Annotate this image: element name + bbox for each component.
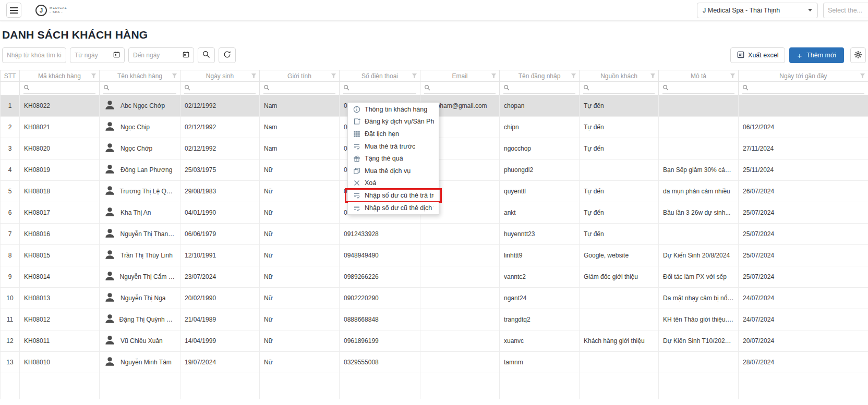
table-row[interactable]: 7KH08016Nguyễn Thị Thanh...06/06/1979Nữ0… — [1, 224, 868, 245]
column-filter-input[interactable] — [424, 83, 496, 94]
from-date-input[interactable] — [75, 52, 113, 59]
cell-phone[interactable]: 0888668848 — [340, 309, 420, 330]
cell-username[interactable]: linhttt9 — [500, 245, 580, 266]
context-menu-item-1[interactable]: Thông tin khách hàng — [348, 103, 439, 116]
cell-email[interactable] — [420, 224, 500, 245]
cell-source[interactable]: Google, website — [580, 245, 659, 266]
cell-username[interactable]: tamnm — [500, 352, 580, 373]
to-date-input[interactable] — [133, 52, 183, 59]
cell-dob[interactable]: 06/06/1979 — [180, 224, 260, 245]
cell-stt[interactable]: 13 — [1, 352, 20, 373]
cell-code[interactable]: KH08013 — [20, 288, 100, 309]
filter-cell-description[interactable] — [659, 82, 739, 95]
filter-cell-gender[interactable] — [260, 82, 340, 95]
cell-stt[interactable]: 12 — [1, 330, 20, 352]
cell-gender[interactable]: Nữ — [260, 202, 340, 224]
cell-source[interactable]: Giám đốc giới thiệu — [580, 266, 659, 288]
cell-username[interactable]: ngant24 — [500, 288, 580, 309]
cell-code[interactable]: KH08011 — [20, 330, 100, 352]
cell-gender[interactable]: Nữ — [260, 288, 340, 309]
cell-last-visit[interactable]: 25/07/2024 — [739, 224, 868, 245]
table-row[interactable]: 13KH08010Nguyễn Minh Tâm19/07/2024Nữ0329… — [1, 352, 868, 373]
filter-funnel-icon[interactable] — [730, 73, 736, 80]
cell-last-visit[interactable]: 26/07/2024 — [739, 181, 868, 202]
cell-description[interactable] — [659, 95, 739, 117]
cell-gender[interactable]: Nữ — [260, 309, 340, 330]
secondary-select-input[interactable] — [823, 3, 868, 18]
cell-gender[interactable]: Nữ — [260, 266, 340, 288]
cell-username[interactable]: phuongdl2 — [500, 159, 580, 181]
cell-name[interactable]: Trương Thị Lệ Quyên — [100, 181, 180, 202]
column-header-dob[interactable]: Ngày sinh — [180, 70, 260, 82]
cell-stt[interactable]: 3 — [1, 138, 20, 159]
cell-stt[interactable]: 9 — [1, 266, 20, 288]
column-filter-input[interactable] — [583, 83, 655, 94]
context-menu-item-4[interactable]: Mua thẻ trả trước — [348, 140, 439, 153]
context-menu-item-8[interactable]: Nhập số dư cũ thẻ trả trước — [348, 189, 439, 202]
cell-source[interactable]: Tự đến — [580, 181, 659, 202]
cell-last-visit[interactable]: 25/07/2024 — [739, 202, 868, 224]
cell-source[interactable] — [580, 288, 659, 309]
cell-dob[interactable]: 25/03/1975 — [180, 159, 260, 181]
cell-email[interactable] — [420, 330, 500, 352]
hamburger-menu-button[interactable] — [6, 3, 21, 18]
table-row[interactable]: 9KH08014Nguyễn Thị Cẩm Vân23/07/2024Nữ09… — [1, 266, 868, 288]
cell-dob[interactable]: 21/04/1989 — [180, 309, 260, 330]
column-header-code[interactable]: Mã khách hàng — [20, 70, 100, 82]
cell-source[interactable]: Khách hàng giới thiệu — [580, 330, 659, 352]
search-button[interactable] — [198, 47, 215, 63]
cell-description[interactable]: Dự Kiến Sinh 20/8/2024 — [659, 245, 739, 266]
cell-name[interactable]: Đồng Lan Phương — [100, 159, 180, 181]
cell-name[interactable]: Nguyễn Minh Tâm — [100, 352, 180, 373]
calendar-icon[interactable] — [113, 51, 120, 60]
cell-dob[interactable]: 04/01/1990 — [180, 202, 260, 224]
column-header-description[interactable]: Mô tả — [659, 70, 739, 82]
cell-username[interactable]: ngocchop — [500, 138, 580, 159]
filter-cell-dob[interactable] — [180, 82, 260, 95]
calendar-icon[interactable] — [183, 51, 189, 60]
filter-funnel-icon[interactable] — [491, 73, 497, 80]
context-menu-item-3[interactable]: Đặt lịch hẹn — [348, 128, 439, 140]
column-filter-input[interactable] — [184, 83, 256, 94]
cell-description[interactable]: KH tên Thảo giới thiệu. Bé đ... — [659, 309, 739, 330]
column-filter-input[interactable] — [23, 83, 95, 94]
filter-funnel-icon[interactable] — [412, 73, 417, 80]
cell-description[interactable] — [659, 117, 739, 138]
cell-phone[interactable]: 0961896199 — [340, 330, 420, 352]
cell-description[interactable] — [659, 138, 739, 159]
cell-source[interactable]: Tự đến — [580, 224, 659, 245]
cell-gender[interactable]: Nữ — [260, 159, 340, 181]
cell-dob[interactable]: 19/07/2024 — [180, 352, 260, 373]
cell-email[interactable] — [420, 352, 500, 373]
column-filter-input[interactable] — [662, 83, 734, 94]
cell-source[interactable]: Tự đến — [580, 202, 659, 224]
filter-funnel-icon[interactable] — [860, 73, 865, 80]
cell-description[interactable]: da mụn phản cảm nhiều — [659, 181, 739, 202]
cell-username[interactable]: trangdtq2 — [500, 309, 580, 330]
filter-funnel-icon[interactable] — [571, 73, 576, 80]
column-header-username[interactable]: Tên đăng nhập — [500, 70, 580, 82]
add-new-button[interactable]: + Thêm mới — [789, 47, 844, 63]
cell-email[interactable] — [420, 309, 500, 330]
cell-username[interactable]: vanntc2 — [500, 266, 580, 288]
column-header-source[interactable]: Nguồn khách — [580, 70, 659, 82]
cell-source[interactable] — [580, 352, 659, 373]
cell-email[interactable] — [420, 288, 500, 309]
cell-name[interactable]: Vũ Chiều Xuân — [100, 330, 180, 352]
from-date-field[interactable] — [70, 47, 125, 63]
cell-username[interactable]: xuanvc — [500, 330, 580, 352]
cell-code[interactable]: KH08018 — [20, 181, 100, 202]
cell-gender[interactable]: Nữ — [260, 245, 340, 266]
filter-cell-last-visit[interactable] — [739, 82, 868, 95]
refresh-button[interactable] — [219, 47, 236, 63]
cell-username[interactable]: huyenntt23 — [500, 224, 580, 245]
column-filter-input[interactable] — [742, 83, 864, 94]
filter-funnel-icon[interactable] — [251, 73, 257, 80]
branch-selector[interactable]: J Medical Spa - Thái Thịnh — [697, 3, 818, 18]
cell-gender[interactable]: Nữ — [260, 181, 340, 202]
column-filter-input[interactable] — [103, 83, 176, 94]
cell-description[interactable] — [659, 224, 739, 245]
cell-last-visit[interactable]: 20/07/2024 — [739, 330, 868, 352]
cell-code[interactable]: KH08010 — [20, 352, 100, 373]
cell-dob[interactable]: 02/12/1992 — [180, 138, 260, 159]
